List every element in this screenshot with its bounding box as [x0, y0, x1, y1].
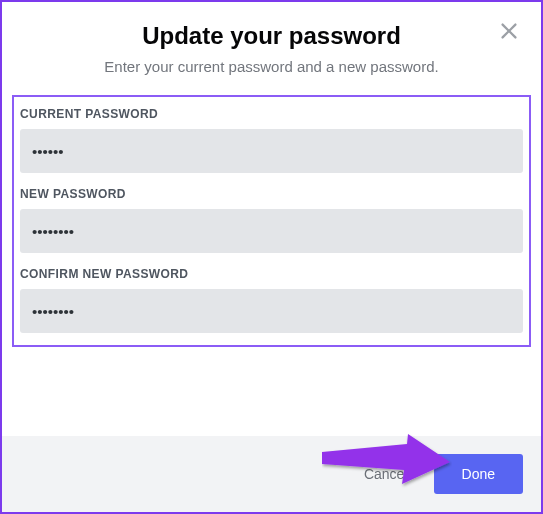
confirm-password-input[interactable] [20, 289, 523, 333]
new-password-input[interactable] [20, 209, 523, 253]
modal-title: Update your password [22, 22, 521, 50]
close-icon [498, 20, 520, 42]
modal-footer: Cancel Done [2, 436, 541, 512]
modal-header: Update your password Enter your current … [2, 2, 541, 85]
done-button[interactable]: Done [434, 454, 523, 494]
current-password-label: CURRENT PASSWORD [20, 107, 523, 121]
current-password-group: CURRENT PASSWORD [20, 107, 523, 173]
update-password-modal: Update your password Enter your current … [0, 0, 543, 514]
new-password-label: NEW PASSWORD [20, 187, 523, 201]
cancel-button[interactable]: Cancel [350, 456, 422, 492]
new-password-group: NEW PASSWORD [20, 187, 523, 253]
current-password-input[interactable] [20, 129, 523, 173]
modal-subtitle: Enter your current password and a new pa… [22, 58, 521, 75]
confirm-password-label: CONFIRM NEW PASSWORD [20, 267, 523, 281]
form-highlight-box: CURRENT PASSWORD NEW PASSWORD CONFIRM NE… [12, 95, 531, 347]
close-button[interactable] [497, 20, 521, 44]
confirm-password-group: CONFIRM NEW PASSWORD [20, 267, 523, 333]
